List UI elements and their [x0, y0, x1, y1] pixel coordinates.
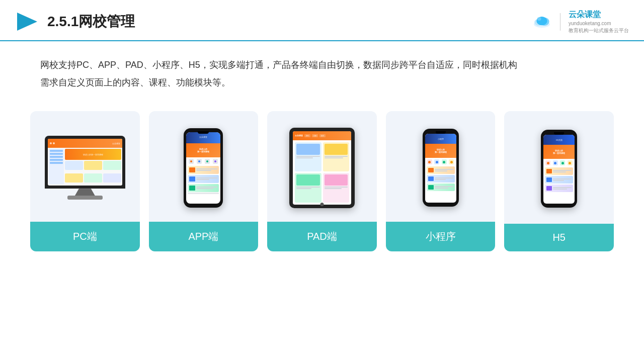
- brand-divider: [560, 13, 560, 31]
- app-phone-icon: 云朵课堂 职进人的第一堂同课程: [184, 128, 223, 208]
- card-h5-image: H5页面 职进人的第一堂同课程: [504, 111, 614, 224]
- cards-section: 云朵课堂: [0, 101, 644, 266]
- header: 2.5.1网校管理 云朵课堂 yunduoketang.com 教育机构一站式服…: [0, 0, 644, 41]
- card-app-label: APP端: [149, 222, 259, 251]
- brand-cloud-icon: [532, 14, 552, 29]
- svg-point-5: [537, 18, 541, 21]
- card-h5-label: H5: [504, 224, 614, 251]
- card-pc-label: PC端: [30, 222, 140, 251]
- card-app: 云朵课堂 职进人的第一堂同课程: [149, 111, 259, 251]
- brand-info: 云朵课堂 yunduoketang.com 教育机构一站式服务云平台: [569, 9, 629, 34]
- header-left: 2.5.1网校管理: [15, 10, 135, 34]
- card-miniprogram: 小程序 职进人的第一堂同课程: [386, 111, 496, 251]
- page-title: 2.5.1网校管理: [47, 12, 135, 31]
- card-pc-image: 云朵课堂: [30, 111, 140, 222]
- card-pad-label: PAD端: [267, 222, 377, 251]
- pad-tablet-icon: 云朵课堂 课程 直播 题库: [289, 128, 355, 208]
- card-h5: H5页面 职进人的第一堂同课程: [504, 111, 614, 251]
- description-section: 网校支持PC、APP、PAD、小程序、H5，实现多端打通，产品各终端自由切换，数…: [0, 41, 644, 96]
- logo-arrow-icon: [15, 10, 39, 34]
- pc-monitor-icon: 云朵课堂: [45, 136, 125, 200]
- card-pad: 云朵课堂 课程 直播 题库: [267, 111, 377, 251]
- card-pc: 云朵课堂: [30, 111, 140, 251]
- h5-phone-icon: H5页面 职进人的第一堂同课程: [541, 130, 577, 208]
- card-miniprogram-image: 小程序 职进人的第一堂同课程: [386, 111, 496, 222]
- svg-marker-0: [17, 13, 37, 31]
- card-pad-image: 云朵课堂 课程 直播 题库: [267, 111, 377, 222]
- header-right: 云朵课堂 yunduoketang.com 教育机构一站式服务云平台: [532, 9, 629, 34]
- description-line1: 网校支持PC、APP、PAD、小程序、H5，实现多端打通，产品各终端自由切换，数…: [40, 56, 604, 73]
- card-miniprogram-label: 小程序: [386, 222, 496, 251]
- miniprogram-phone-icon: 小程序 职进人的第一堂同课程: [423, 129, 459, 207]
- card-app-image: 云朵课堂 职进人的第一堂同课程: [149, 111, 259, 222]
- description-line2: 需求自定义页面上的内容、课程、功能模块等。: [40, 74, 604, 91]
